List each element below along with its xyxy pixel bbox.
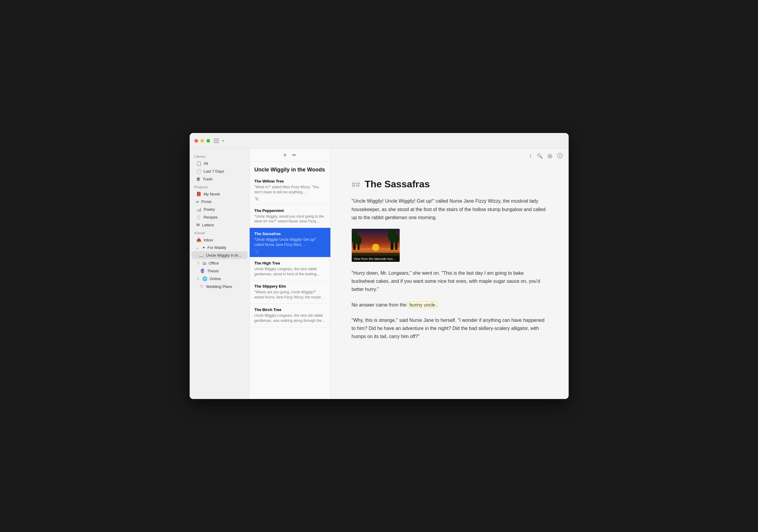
sidebar-item-label: All bbox=[204, 161, 243, 166]
sidebar-toggle-icon[interactable] bbox=[214, 139, 219, 143]
trash-icon: 🗑 bbox=[196, 177, 200, 181]
note-title: The Slippery Elm bbox=[255, 284, 326, 289]
highlighted-text: bunny uncle bbox=[408, 302, 437, 308]
openbook-icon: 📖 bbox=[199, 253, 204, 258]
projects-section-label: Projects bbox=[190, 183, 249, 190]
sidebar-item-label: Inbox bbox=[204, 238, 243, 242]
content-area: Library 📋 All 🕐 Last 7 Days 🗑 Trash Proj… bbox=[190, 149, 568, 399]
sidebar-item-label: Wedding Plans bbox=[206, 284, 243, 289]
atom-icon: 🔮 bbox=[200, 268, 205, 273]
editor-content: ## The Sassafras "Uncle Wiggily! Uncle W… bbox=[331, 163, 568, 399]
sidebar-item-online[interactable]: 🌐 Online bbox=[191, 275, 248, 283]
sidebar-item-unclewiggily[interactable]: 📖 Uncle Wiggily in th… bbox=[191, 251, 248, 259]
note-item-birchtree[interactable]: The Birch Tree Uncle Wiggily Longears, t… bbox=[250, 304, 330, 327]
paragraph-1: "Uncle Wiggily! Uncle Wiggily! Get up!" … bbox=[352, 197, 548, 222]
chevron-down-icon bbox=[196, 246, 199, 249]
sidebar-item-letters[interactable]: ✉ Letters bbox=[191, 221, 248, 229]
note-item-slipperyelm[interactable]: The Slippery Elm "Where are you going, U… bbox=[250, 280, 330, 304]
titlebar-controls: ▾ bbox=[214, 139, 224, 143]
globe-icon: 🌐 bbox=[202, 276, 207, 281]
document-title: ## The Sassafras bbox=[352, 178, 548, 190]
sidebar-item-poetry[interactable]: 📊 Poetry bbox=[191, 205, 248, 213]
note-item-sassafras[interactable]: The Sassafras "Uncle Wiggily! Uncle Wigg… bbox=[250, 228, 330, 257]
heart-icon: ♡ bbox=[200, 284, 204, 289]
sidebar-item-mynovel[interactable]: 📕 My Novel bbox=[191, 190, 248, 198]
note-title: The Peppermint bbox=[255, 208, 326, 213]
paragraph-3-before: No answer came from the bbox=[352, 302, 408, 307]
sidebar-item-all[interactable]: 📋 All bbox=[191, 160, 248, 167]
sidebar-item-prose[interactable]: ∞ Prose bbox=[191, 198, 248, 205]
svg-point-2 bbox=[372, 244, 379, 251]
sidebar-item-label: Uncle Wiggily in th… bbox=[206, 253, 243, 258]
note-list-header-area: Uncle Wiggily in the Woods bbox=[250, 162, 330, 175]
share-button[interactable]: ↑ bbox=[529, 153, 532, 159]
book-icon: 📕 bbox=[196, 192, 201, 196]
sidebar-item-recipes[interactable]: 🍴 Recipes bbox=[191, 213, 248, 221]
sidebar-item-label: Poetry bbox=[204, 207, 243, 212]
library-section-label: Library bbox=[190, 152, 249, 160]
chart-icon: 📊 bbox=[196, 207, 201, 212]
note-preview: "Where are you going, Uncle Wiggily?" as… bbox=[255, 290, 326, 300]
share-icon: ↑ bbox=[529, 153, 532, 159]
paragraph-2: "Hurry down, Mr. Longears," she went on.… bbox=[352, 269, 548, 294]
note-preview: "Uncle Wiggily! Uncle Wiggily! Get up!" … bbox=[255, 237, 326, 247]
sidebar-item-label: Office bbox=[209, 261, 243, 266]
note-title: The Sassafras bbox=[255, 231, 326, 236]
close-button[interactable] bbox=[194, 139, 198, 143]
doc-image: View from the lakeside bun… bbox=[352, 229, 400, 262]
note-item-hightree[interactable]: The High Tree Uncle Wiggily Longears, th… bbox=[250, 257, 330, 281]
minimize-button[interactable] bbox=[200, 139, 204, 143]
sidebar-item-label: My Novel bbox=[204, 192, 243, 196]
title-text: The Sassafras bbox=[364, 179, 430, 190]
sidebar-item-label: Trash bbox=[203, 177, 243, 181]
note-preview: "What is?" asked Miss Fizzy Wizzy. "You … bbox=[255, 185, 326, 195]
sidebar-item-formaddy[interactable]: ✦ For Maddy bbox=[191, 244, 248, 251]
editor-panel: ↑ 🔍 ◎ ⓘ ## The Sassafras "Uncle Wiggily!… bbox=[331, 149, 568, 399]
compose-button[interactable]: ✏ bbox=[291, 151, 297, 159]
sidebar-item-label: Thesis bbox=[207, 269, 243, 273]
sidebar-item-label: Prose bbox=[201, 199, 243, 204]
app-window: ▾ Library 📋 All 🕐 Last 7 Days 🗑 Trash Pr… bbox=[190, 133, 568, 399]
sidebar-item-label: For Maddy bbox=[208, 245, 243, 250]
sidebar-item-label: Online bbox=[210, 276, 243, 281]
mail-icon: ✉ bbox=[196, 223, 200, 227]
sidebar-item-label: Recipes bbox=[204, 215, 243, 220]
paragraph-3: No answer came from the bunny uncle. bbox=[352, 301, 548, 309]
fullscreen-button[interactable] bbox=[206, 139, 210, 143]
filter-button[interactable]: ≡ bbox=[282, 151, 288, 159]
inbox-icon: 📥 bbox=[196, 237, 201, 242]
chevron-right-icon bbox=[196, 261, 199, 265]
note-title: The High Tree bbox=[255, 261, 326, 266]
icloud-section-label: iCloud bbox=[190, 229, 249, 236]
paragraph-3-after: . bbox=[437, 302, 438, 307]
sidebar-item-last7days[interactable]: 🕐 Last 7 Days bbox=[191, 167, 248, 175]
title-prefix: ## bbox=[352, 180, 361, 189]
sidebar: Library 📋 All 🕐 Last 7 Days 🗑 Trash Proj… bbox=[190, 149, 250, 399]
traffic-lights bbox=[194, 139, 210, 143]
sidebar-item-weddingplans[interactable]: ♡ Wedding Plans bbox=[191, 283, 248, 290]
sidebar-item-trash[interactable]: 🗑 Trash bbox=[191, 175, 248, 183]
svg-point-10 bbox=[393, 234, 399, 243]
chevron-down-icon[interactable]: ▾ bbox=[222, 139, 224, 143]
image-container: View from the lakeside bun… bbox=[352, 229, 548, 262]
note-title: The Willow Tree bbox=[255, 179, 326, 183]
clock-icon: 🕐 bbox=[196, 169, 201, 173]
filter-icon: ≡ bbox=[284, 153, 286, 158]
sparkle-icon: ✦ bbox=[202, 246, 205, 250]
sidebar-item-inbox[interactable]: 📥 Inbox bbox=[191, 236, 248, 244]
note-item-peppermint[interactable]: The Peppermint "Uncle Wiggily, would you… bbox=[250, 205, 330, 228]
note-preview: Uncle Wiggily Longears, the nice old rab… bbox=[255, 313, 326, 323]
sidebar-item-office[interactable]: 🗂 Office bbox=[191, 259, 248, 267]
sidebar-item-thesis[interactable]: 🔮 Thesis bbox=[191, 267, 248, 275]
info-button[interactable]: ⓘ bbox=[557, 152, 563, 160]
chevron-right-icon bbox=[196, 277, 199, 280]
note-item-willowtree[interactable]: The Willow Tree "What is?" asked Miss Fi… bbox=[250, 175, 330, 205]
titlebar: ▾ bbox=[190, 133, 568, 149]
search-button[interactable]: 🔍 bbox=[537, 153, 543, 159]
sidebar-item-label: Letters bbox=[202, 223, 243, 227]
badge-button[interactable]: ◎ bbox=[548, 153, 552, 159]
image-caption: View from the lakeside bun… bbox=[352, 256, 400, 262]
note-preview: Uncle Wiggily Longears, the nice rabbit … bbox=[255, 266, 326, 277]
attachment-icon: 📎 bbox=[255, 196, 326, 201]
note-list: ≡ ✏ Uncle Wiggily in the Woods The Willo… bbox=[250, 149, 331, 399]
